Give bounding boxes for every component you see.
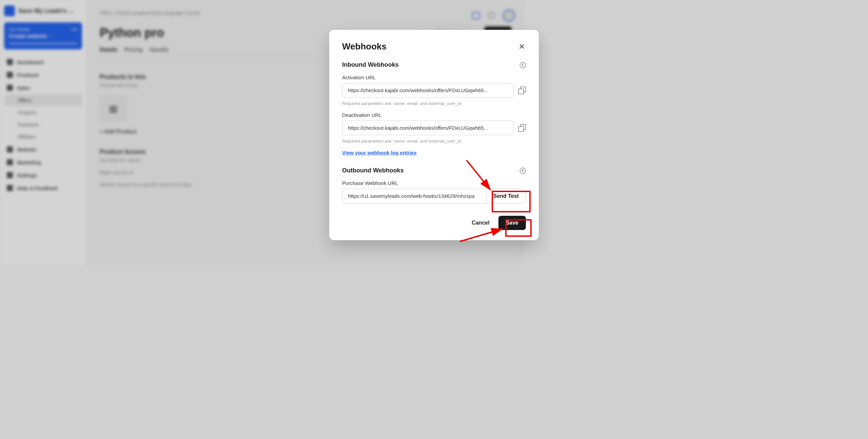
deactivation-url-input[interactable]: https://checkout.kajabi.com/webhooks/off… xyxy=(342,121,514,135)
outbound-section-title: Outbound Webhooks xyxy=(342,167,404,174)
send-test-button[interactable]: Send Test xyxy=(486,189,525,203)
activation-label: Activation URL xyxy=(342,75,525,80)
purchase-label: Purchase Webhook URL xyxy=(342,180,525,186)
info-icon-outbound[interactable]: i xyxy=(520,168,525,174)
view-log-link[interactable]: View your webhook log entries xyxy=(342,150,417,155)
cancel-button[interactable]: Cancel xyxy=(470,216,491,229)
close-icon xyxy=(519,44,525,49)
copy-deactivation-icon[interactable] xyxy=(518,124,525,132)
modal-title: Webhooks xyxy=(342,41,387,52)
close-button[interactable] xyxy=(518,42,525,51)
svg-line-1 xyxy=(460,229,502,242)
deactivation-helper: Required parameters are: name, email, an… xyxy=(342,139,525,144)
save-modal-button[interactable]: Save xyxy=(498,216,525,230)
activation-helper: Required parameters are: name, email, an… xyxy=(342,101,525,106)
purchase-url-input[interactable]: https://u1.savemyleads.com/web-hooks/134… xyxy=(342,189,486,203)
deactivation-label: Deactivation URL xyxy=(342,112,525,118)
webhooks-modal: Webhooks Inbound Webhooks i Activation U… xyxy=(329,30,525,240)
activation-url-input[interactable]: https://checkout.kajabi.com/webhooks/off… xyxy=(342,83,514,98)
inbound-section-title: Inbound Webhooks xyxy=(342,61,399,68)
info-icon[interactable]: i xyxy=(520,62,525,68)
copy-activation-icon[interactable] xyxy=(518,87,525,94)
modal-backdrop: Webhooks Inbound Webhooks i Activation U… xyxy=(0,0,525,266)
